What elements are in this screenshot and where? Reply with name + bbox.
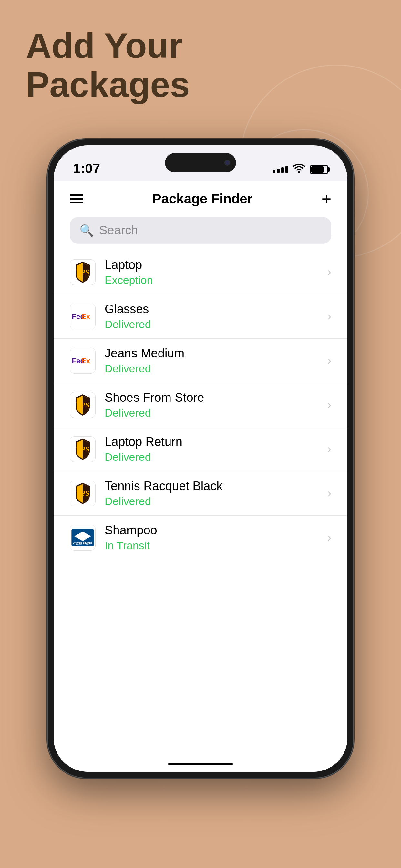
- battery-icon: [310, 165, 328, 174]
- package-status: In Transit: [104, 539, 324, 552]
- phone-screen: 1:07: [54, 145, 347, 772]
- add-button[interactable]: +: [321, 190, 331, 207]
- package-status: Delivered: [104, 495, 324, 507]
- package-status: Delivered: [104, 362, 324, 375]
- package-status: Delivered: [104, 407, 324, 419]
- package-name: Shoes From Store: [104, 391, 324, 405]
- package-info: Shampoo In Transit: [104, 523, 324, 552]
- package-info: Shoes From Store Delivered: [104, 391, 324, 419]
- search-bar[interactable]: 🔍 Search: [70, 217, 331, 244]
- status-icons: [273, 163, 328, 176]
- chevron-right-icon: ›: [328, 442, 331, 456]
- package-info: Glasses Delivered: [104, 302, 324, 331]
- package-list: UPS Laptop Exception › Fed Ex Glasses De…: [54, 250, 347, 560]
- package-item[interactable]: UPS Laptop Return Delivered ›: [54, 427, 347, 471]
- svg-text:POSTAL SERVICE: POSTAL SERVICE: [75, 544, 90, 546]
- chevron-right-icon: ›: [328, 310, 331, 323]
- app-content: Package Finder + 🔍 Search UPS Laptop: [54, 181, 347, 772]
- status-time: 1:07: [73, 161, 100, 176]
- package-info: Laptop Return Delivered: [104, 435, 324, 463]
- package-info: Tennis Racquet Black Delivered: [104, 479, 324, 507]
- menu-button[interactable]: [70, 194, 83, 204]
- svg-text:UPS: UPS: [76, 489, 89, 497]
- chevron-right-icon: ›: [328, 531, 331, 545]
- home-indicator: [168, 763, 233, 765]
- package-name: Jeans Medium: [104, 346, 324, 361]
- svg-text:UPS: UPS: [76, 268, 89, 276]
- package-item[interactable]: UPS Tennis Racquet Black Delivered ›: [54, 471, 347, 516]
- signal-icon: [273, 166, 288, 173]
- page-title: Add YourPackages: [26, 26, 190, 104]
- package-status: Delivered: [104, 318, 324, 331]
- carrier-logo-fedex: Fed Ex: [70, 304, 96, 330]
- package-item[interactable]: Fed Ex Glasses Delivered ›: [54, 294, 347, 339]
- package-name: Tennis Racquet Black: [104, 479, 324, 493]
- search-container: 🔍 Search: [54, 214, 347, 250]
- package-item[interactable]: UPS Laptop Exception ›: [54, 250, 347, 294]
- package-info: Laptop Exception: [104, 258, 324, 286]
- svg-text:Ex: Ex: [81, 357, 90, 365]
- package-status: Exception: [104, 274, 324, 286]
- svg-text:Ex: Ex: [81, 313, 90, 321]
- package-name: Laptop Return: [104, 435, 324, 449]
- package-name: Shampoo: [104, 523, 324, 537]
- package-name: Glasses: [104, 302, 324, 316]
- carrier-logo-ups: UPS: [70, 259, 96, 285]
- chevron-right-icon: ›: [328, 487, 331, 500]
- phone-frame: 1:07: [47, 139, 354, 778]
- carrier-logo-usps: UNITED STATES POSTAL SERVICE: [70, 525, 96, 551]
- search-icon: 🔍: [80, 224, 94, 237]
- package-name: Laptop: [104, 258, 324, 272]
- wifi-icon: [292, 163, 305, 176]
- svg-text:UPS: UPS: [76, 401, 89, 409]
- app-title: Package Finder: [152, 191, 252, 207]
- search-placeholder: Search: [99, 223, 138, 237]
- chevron-right-icon: ›: [328, 266, 331, 279]
- svg-text:UPS: UPS: [76, 445, 89, 453]
- carrier-logo-fedex: Fed Ex: [70, 348, 96, 374]
- package-item[interactable]: UPS Shoes From Store Delivered ›: [54, 383, 347, 427]
- package-item[interactable]: UNITED STATES POSTAL SERVICE Shampoo In …: [54, 516, 347, 560]
- dynamic-island: [165, 153, 236, 173]
- chevron-right-icon: ›: [328, 398, 331, 412]
- carrier-logo-ups: UPS: [70, 392, 96, 418]
- camera-dot: [224, 160, 230, 166]
- package-info: Jeans Medium Delivered: [104, 346, 324, 375]
- package-item[interactable]: Fed Ex Jeans Medium Delivered ›: [54, 339, 347, 383]
- carrier-logo-ups: UPS: [70, 480, 96, 506]
- carrier-logo-ups: UPS: [70, 436, 96, 462]
- nav-bar: Package Finder +: [54, 181, 347, 214]
- package-status: Delivered: [104, 451, 324, 463]
- chevron-right-icon: ›: [328, 354, 331, 368]
